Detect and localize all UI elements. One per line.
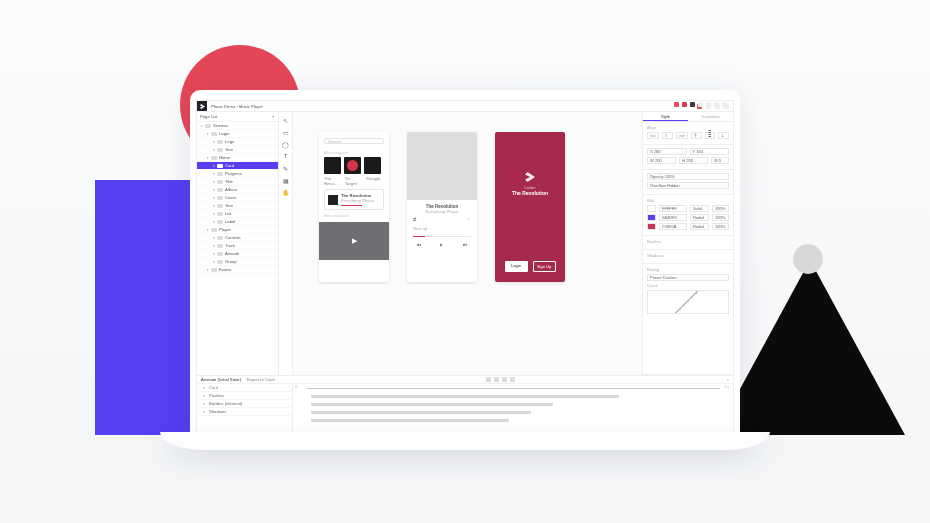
layer-item[interactable]: ▸Text <box>197 202 278 210</box>
chevron-icon[interactable]: ▸ <box>212 179 215 184</box>
layer-item[interactable]: ▸Track <box>197 242 278 250</box>
pen-tool-icon[interactable]: ✎ <box>282 164 290 172</box>
tab-transitions[interactable]: Transitions <box>688 112 733 121</box>
playback-scrubber[interactable] <box>413 236 471 237</box>
opacity-field[interactable]: Opacity 100% <box>647 173 729 180</box>
layer-item[interactable]: ▸Cover <box>197 194 278 202</box>
fill-pct[interactable]: 100% <box>712 214 729 221</box>
fill-hex[interactable]: 5A3DF0 <box>659 214 687 221</box>
timeline-tracks-area[interactable]: 0 5s <box>293 384 733 433</box>
now-playing-card[interactable]: The Revolution Everything Phase <box>324 189 384 210</box>
artboard-login[interactable]: Listen The Revolution Login Sign Up <box>495 132 565 282</box>
layer-item[interactable]: ▸Title <box>197 178 278 186</box>
fill-swatch[interactable] <box>647 214 656 221</box>
timeline-track[interactable]: ▸Shadows <box>197 408 292 416</box>
layer-item[interactable]: ▸Album <box>197 186 278 194</box>
chevron-icon[interactable]: ▸ <box>206 155 209 160</box>
chevron-icon[interactable]: ▸ <box>212 147 215 152</box>
breadcrumb-project[interactable]: Phase Demo <box>211 104 235 109</box>
artboard-home[interactable]: Search Most popular The Revo… On Target … <box>319 132 389 282</box>
r-field[interactable]: R 0 <box>711 157 729 164</box>
timeline-zoom[interactable]: × <box>727 377 729 382</box>
layer-item[interactable]: ▸Home <box>197 154 278 162</box>
tl-play-icon[interactable] <box>494 377 499 382</box>
tl-prev-icon[interactable] <box>486 377 491 382</box>
progress-bar[interactable] <box>341 205 362 206</box>
image-tool-icon[interactable]: ▦ <box>282 176 290 184</box>
ellipse-tool-icon[interactable]: ◯ <box>282 140 290 148</box>
add-page-icon[interactable]: ＋ <box>271 114 275 119</box>
layer-item[interactable]: ▸Player <box>197 226 278 234</box>
timeline-track[interactable]: ▸Borders (element) <box>197 400 292 408</box>
hero-image[interactable] <box>319 222 389 260</box>
pointer-tool-icon[interactable]: ↖ <box>282 116 290 124</box>
chevron-icon[interactable]: ▸ <box>212 171 215 176</box>
layer-item[interactable]: ▸Text <box>197 146 278 154</box>
fill-pct[interactable]: 100% <box>712 205 729 212</box>
chevron-icon[interactable]: ▸ <box>212 139 215 144</box>
timeline-tab-animate[interactable]: Animate (Initial State) <box>201 377 241 382</box>
tool-color-c-icon[interactable] <box>690 102 695 107</box>
album-thumb[interactable] <box>344 157 361 174</box>
align-center-icon[interactable]: ≡ <box>662 132 673 139</box>
chevron-icon[interactable]: ▸ <box>206 267 209 272</box>
chevron-icon[interactable]: ▸ <box>212 195 215 200</box>
chevron-icon[interactable]: ▸ <box>212 235 215 240</box>
share-icon[interactable] <box>706 102 711 107</box>
shuffle-icon[interactable]: ⇄ <box>413 217 416 222</box>
w-field[interactable]: W 200 <box>647 157 676 164</box>
h-field[interactable]: H 200 <box>679 157 708 164</box>
like-icon[interactable]: ♡ <box>467 217 471 222</box>
signup-button[interactable]: Sign Up <box>533 261 556 272</box>
play-icon[interactable]: ▶ <box>440 242 443 247</box>
rectangle-tool-icon[interactable]: ▭ <box>282 128 290 136</box>
tool-color-b-icon[interactable] <box>682 102 687 107</box>
easing-graph[interactable] <box>647 290 729 314</box>
text-tool-icon[interactable]: T <box>282 152 290 160</box>
chevron-icon[interactable]: ▸ <box>212 243 215 248</box>
fill-mode[interactable]: Radial <box>690 223 709 230</box>
layer-item[interactable]: ▸Artwork <box>197 250 278 258</box>
settings-icon[interactable] <box>722 102 727 107</box>
layer-item[interactable]: ▸Label <box>197 218 278 226</box>
breadcrumb[interactable]: Phase Demo › Music Player <box>211 104 697 109</box>
chevron-icon[interactable]: ▸ <box>206 227 209 232</box>
layer-item[interactable]: ▸Card <box>197 162 278 170</box>
timeline-track[interactable]: ▸Position <box>197 392 292 400</box>
overflow-field[interactable]: Overflow Hidden <box>647 182 729 189</box>
layer-item[interactable]: ▸Controls <box>197 234 278 242</box>
tl-loop-icon[interactable] <box>510 377 515 382</box>
canvas[interactable]: Search Most popular The Revo… On Target … <box>293 112 643 375</box>
x-field[interactable]: X 280 <box>647 148 687 155</box>
chevron-icon[interactable]: ▸ <box>206 131 209 136</box>
fill-pct[interactable]: 100% <box>712 223 729 230</box>
layer-item[interactable]: ▸Group <box>197 258 278 266</box>
y-field[interactable]: Y 164 <box>690 148 730 155</box>
align-right-icon[interactable]: ⟹ <box>676 132 688 139</box>
fill-mode[interactable]: Radial <box>690 214 709 221</box>
login-button[interactable]: Login <box>505 261 528 272</box>
timeline-tab-code[interactable]: Export to Code <box>247 377 275 382</box>
chevron-icon[interactable]: ▸ <box>212 187 215 192</box>
chevron-icon[interactable]: ▸ <box>212 211 215 216</box>
chevron-icon[interactable]: ▸ <box>200 123 203 128</box>
align-left-icon[interactable]: ⟸ <box>647 132 659 139</box>
chevron-icon[interactable]: ▸ <box>212 259 215 264</box>
easing-preset[interactable]: Preset Custom <box>647 274 729 281</box>
play-preview-icon[interactable] <box>714 102 719 107</box>
layer-item[interactable]: ▸Progress <box>197 170 278 178</box>
layer-item[interactable]: ▸Logo <box>197 138 278 146</box>
artboard-player[interactable]: The Revolution Everything Phase ⇄ ♡ Next… <box>407 132 477 282</box>
chevron-icon[interactable]: ▸ <box>212 203 215 208</box>
tab-style[interactable]: Style <box>643 112 688 121</box>
breadcrumb-file[interactable]: Music Player <box>239 104 263 109</box>
fill-swatch[interactable] <box>647 223 656 230</box>
layer-item[interactable]: ▸Screens <box>197 122 278 130</box>
tl-next-icon[interactable] <box>502 377 507 382</box>
prev-track-icon[interactable]: ⏮ <box>417 242 421 247</box>
timeline-track-header[interactable]: ▸Card <box>197 384 292 392</box>
align-top-icon[interactable]: ⤒ <box>691 132 702 139</box>
fill-mode[interactable]: Solid <box>690 205 709 212</box>
layer-item[interactable]: ▸List <box>197 210 278 218</box>
fill-hex[interactable]: FFFFFF <box>659 205 687 212</box>
